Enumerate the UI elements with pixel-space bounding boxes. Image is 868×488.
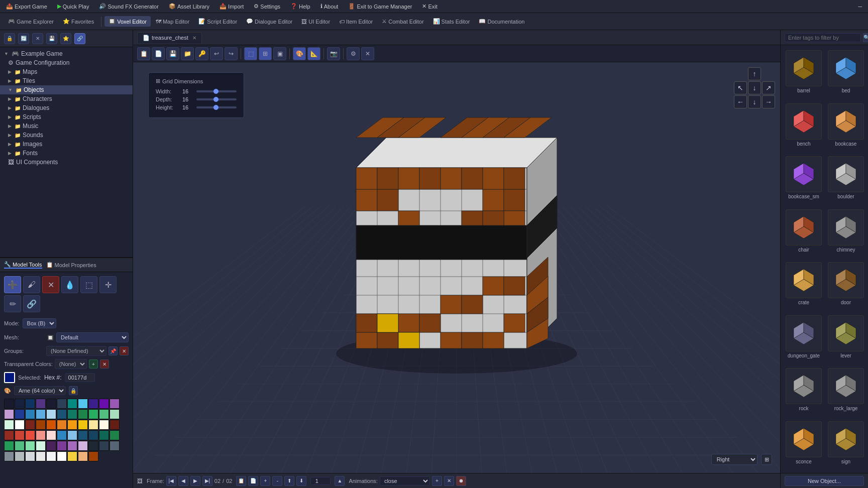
exit-manager-menu[interactable]: 🚪 Exit to Game Manager [346,2,414,11]
asset-library-menu[interactable]: 📦 Asset Library [167,2,211,11]
selected-color-swatch[interactable] [4,372,15,383]
tree-scripts[interactable]: ▶ 📁 Scripts [0,112,133,121]
tree-characters[interactable]: ▶ 📁 Characters [0,94,133,103]
color-swatch-61[interactable] [67,451,77,461]
frame-move-down[interactable]: ⬇ [296,476,306,486]
frame-next[interactable]: ▶| [202,476,212,486]
color-swatch-50[interactable] [67,441,77,451]
color-swatch-39[interactable] [67,430,77,440]
asset-bookcase_sm[interactable]: bookcase_sm [784,154,824,205]
tree-objects[interactable]: ▼ 📁 Objects [0,85,133,94]
vp-cube-mode[interactable]: ⬚ [244,47,257,60]
search-input[interactable] [785,33,861,42]
color-swatch-59[interactable] [46,451,56,461]
tool-move[interactable]: ✛ [99,276,117,293]
color-swatch-26[interactable] [46,420,56,430]
color-swatch-62[interactable] [78,451,88,461]
vp-redo[interactable]: ↪ [225,47,238,60]
color-swatch-10[interactable] [110,399,120,409]
color-swatch-52[interactable] [88,441,98,451]
frame-prev[interactable]: ◀ [178,476,188,486]
tree-music[interactable]: ▶ 📁 Music [0,121,133,131]
window-minimize[interactable]: ─ [856,3,864,11]
color-swatch-47[interactable] [36,441,46,451]
color-swatch-36[interactable] [36,430,46,440]
asset-lever[interactable]: lever [826,313,866,364]
color-swatch-20[interactable] [99,409,109,419]
color-swatch-30[interactable] [88,420,98,430]
color-swatch-54[interactable] [110,441,120,451]
tab-stats-editor[interactable]: 📊 Stats Editor [429,16,474,27]
about-menu[interactable]: ℹ About [318,2,341,11]
asset-dungeon_gate[interactable]: dungeon_gate [784,313,824,364]
panel-icon-5[interactable]: ⭐ [60,33,71,44]
help-menu[interactable]: ❓ Help [288,2,312,11]
color-swatch-40[interactable] [78,430,88,440]
color-swatch-23[interactable] [15,420,25,430]
frame-step-input[interactable] [310,477,331,485]
color-swatch-17[interactable] [67,409,77,419]
color-swatch-4[interactable] [46,399,56,409]
color-swatch-24[interactable] [25,420,35,430]
nav-right[interactable]: → [762,95,775,108]
color-swatch-32[interactable] [110,420,120,430]
view-expand-btn[interactable]: ⊞ [761,454,772,465]
anim-add[interactable]: + [432,476,442,486]
tool-pencil[interactable]: ✏ [4,295,21,312]
asset-bookcase[interactable]: bookcase [826,101,866,153]
color-swatch-29[interactable] [78,420,88,430]
color-swatch-22[interactable] [4,420,14,430]
vp-tool-1[interactable]: 📋 [137,47,150,60]
color-swatch-8[interactable] [88,399,98,409]
color-swatch-16[interactable] [57,409,67,419]
asset-chimney[interactable]: chimney [826,207,866,259]
trans-dropdown[interactable]: (None) [55,359,87,369]
tab-model-tools[interactable]: 🔧 Model Tools [4,261,42,269]
color-swatch-14[interactable] [36,409,46,419]
settings-menu[interactable]: ⚙ Settings [252,2,282,11]
color-swatch-21[interactable] [110,409,120,419]
color-swatch-25[interactable] [36,420,46,430]
color-swatch-27[interactable] [57,420,67,430]
mode-dropdown[interactable]: Box (B) Face Voxel [23,318,56,328]
export-game-menu[interactable]: 📤 Export Game [4,2,49,11]
quick-play-menu[interactable]: ▶ Quick Play [55,2,91,11]
viewport-tab-treasure-chest[interactable]: 📄 treasure_chest ✕ [137,32,202,43]
hex-input[interactable] [65,373,95,382]
tool-select[interactable]: ⬚ [80,276,97,293]
tree-game-config[interactable]: ⚙ Game Configuration [0,58,133,67]
nav-rotate-right[interactable]: ↗ [762,81,775,94]
tree-tiles[interactable]: ▶ 📁 Tiles [0,76,133,85]
trans-remove-btn[interactable]: ✕ [100,359,109,369]
color-swatch-57[interactable] [25,451,35,461]
tab-favorites[interactable]: ⭐ Favorites [59,16,98,27]
tab-combat-editor[interactable]: ⚔ Combat Editor [378,16,427,27]
color-swatch-46[interactable] [25,441,35,451]
color-swatch-42[interactable] [99,430,109,440]
color-swatch-49[interactable] [57,441,67,451]
tool-add[interactable]: ➕ [4,276,21,293]
color-swatch-7[interactable] [78,399,88,409]
nav-left[interactable]: ← [734,95,747,108]
groups-dropdown[interactable]: (None Defined) [46,346,106,356]
tab-map-editor[interactable]: 🗺 Map Editor [152,17,193,27]
asset-door[interactable]: door [826,260,866,311]
vp-grid-mode[interactable]: ⊞ [259,47,272,60]
vp-color-mode[interactable]: 🎨 [293,47,306,60]
anim-remove[interactable]: ✕ [444,476,454,486]
color-swatch-56[interactable] [15,451,25,461]
color-swatch-43[interactable] [110,430,120,440]
new-object-button[interactable]: New Object... [785,476,864,486]
color-swatch-31[interactable] [99,420,109,430]
asset-boulder[interactable]: boulder [826,154,866,205]
tab-model-properties[interactable]: 📋 Model Properties [46,262,96,268]
anim-record[interactable]: ⏺ [456,476,466,486]
tool-eyedrop[interactable]: 💧 [61,276,78,293]
color-swatch-13[interactable] [25,409,35,419]
tool-paint[interactable]: 🖌 [23,276,40,293]
vp-settings-2[interactable]: ⚙ [347,47,360,60]
color-swatch-63[interactable] [88,451,98,461]
frame-play[interactable]: ▶ [190,476,200,486]
vp-tool-5[interactable]: 🔑 [195,47,208,60]
color-swatch-1[interactable] [15,399,25,409]
